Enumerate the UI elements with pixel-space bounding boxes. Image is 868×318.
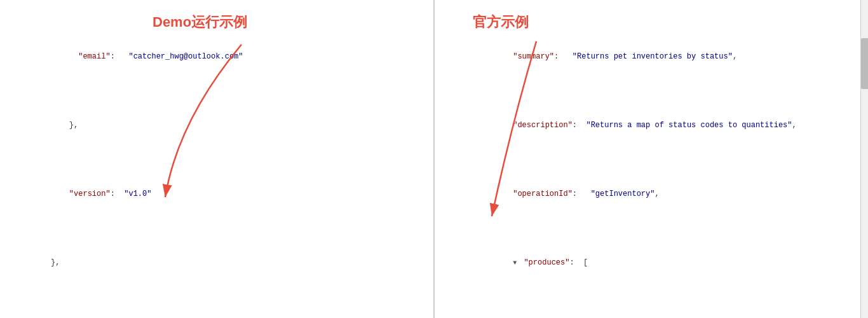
r-collapse-produces[interactable]: ▼ bbox=[513, 258, 519, 265]
r-line-appjson: "application/json" bbox=[440, 314, 863, 318]
right-panel: "summary": "Returns pet inventories by s… bbox=[435, 0, 868, 318]
left-panel: "email": "catcher_hwg@outlook.com" }, "v… bbox=[0, 0, 435, 318]
line-close2: }, bbox=[5, 245, 428, 280]
line-version: "version": "v1.0" bbox=[5, 177, 428, 211]
r-line-summary: "summary": "Returns pet inventories by s… bbox=[440, 39, 863, 74]
right-scrollbar[interactable] bbox=[860, 0, 868, 318]
right-code-area: "summary": "Returns pet inventories by s… bbox=[435, 3, 868, 318]
scrollbar-thumb-right[interactable] bbox=[861, 38, 868, 89]
line-paths: ▼ "paths": { bbox=[5, 314, 428, 318]
r-line-produces: ▼ "produces": [ bbox=[440, 245, 863, 280]
line-close1: }, bbox=[5, 108, 428, 142]
r-line-operationid: "operationId": "getInventory", bbox=[440, 177, 863, 211]
left-code-area: "email": "catcher_hwg@outlook.com" }, "v… bbox=[0, 3, 433, 318]
r-line-description: "description": "Returns a map of status … bbox=[440, 108, 863, 142]
line-email: "email": "catcher_hwg@outlook.com" bbox=[5, 39, 428, 74]
main-container: "email": "catcher_hwg@outlook.com" }, "v… bbox=[0, 0, 868, 318]
